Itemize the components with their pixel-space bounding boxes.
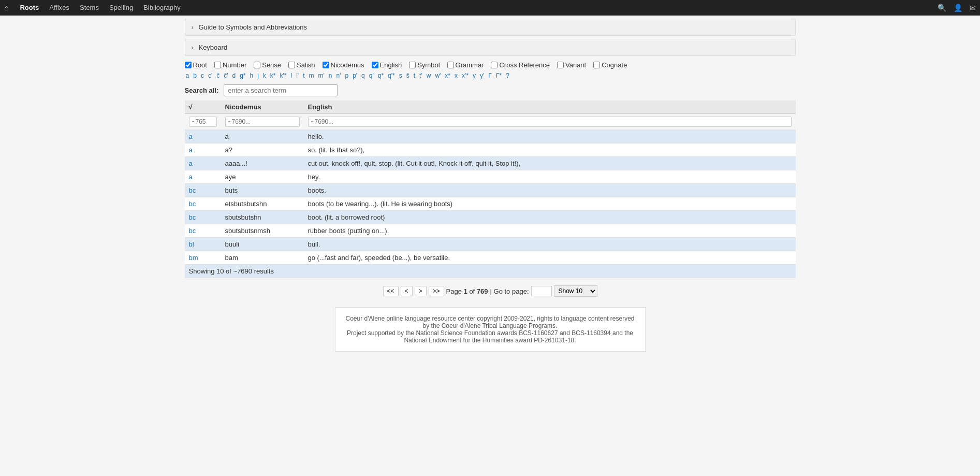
checkbox-sense[interactable]: Sense xyxy=(254,61,281,69)
checkbox-number[interactable]: Number xyxy=(214,61,246,69)
letter-d[interactable]: d xyxy=(231,72,237,79)
cell-nicodemus: aye xyxy=(221,170,304,184)
checkbox-root[interactable]: Root xyxy=(185,61,207,69)
table-row: aa?so. (lit. Is that so?), xyxy=(185,143,796,157)
checkbox-cross-reference[interactable]: Cross Reference xyxy=(491,61,550,69)
letter-a[interactable]: a xyxy=(185,72,191,79)
nav-roots[interactable]: Roots xyxy=(14,0,44,16)
next-page-button[interactable]: > xyxy=(415,286,427,296)
checkbox-salish[interactable]: Salish xyxy=(288,61,315,69)
letter-q[interactable]: q xyxy=(360,72,366,79)
cell-sqrt: bl xyxy=(185,238,221,251)
letter-q-apos-star[interactable]: q'* xyxy=(387,72,396,79)
col-sqrt: √ xyxy=(185,100,221,114)
checkboxes-row: Root Number Sense Salish Nicodemus Engli… xyxy=(185,61,796,69)
checkbox-variant[interactable]: Variant xyxy=(557,61,586,69)
letter-t-m[interactable]: t xyxy=(302,72,305,79)
guide-symbols-section[interactable]: › Guide to Symbols and Abbreviations xyxy=(185,19,796,36)
cell-english: boots (to be wearing...). (lit. He is we… xyxy=(304,197,796,211)
checkbox-english[interactable]: English xyxy=(372,61,402,69)
letter-x[interactable]: x xyxy=(454,72,459,79)
table-row: blbuulibull. xyxy=(185,238,796,251)
letter-g-star[interactable]: g* xyxy=(239,72,246,79)
letter-nav: a b c c' č č' d g* h j k k* k'* l l' t m… xyxy=(185,72,796,79)
nav-affixes[interactable]: Affixes xyxy=(44,0,75,16)
user-icon[interactable]: 👤 xyxy=(954,4,962,12)
letter-y-apos[interactable]: y' xyxy=(479,72,485,79)
letter-j[interactable]: j xyxy=(256,72,260,79)
checkbox-nicodemus[interactable]: Nicodemus xyxy=(323,61,364,69)
letter-gamma-star[interactable]: Γ* xyxy=(495,72,503,79)
cell-nicodemus: a xyxy=(221,130,304,143)
letter-t-apos[interactable]: t' xyxy=(418,72,423,79)
show-count-select[interactable]: Show 10 Show 25 Show 50 Show 100 xyxy=(554,285,597,297)
filter-sqrt[interactable] xyxy=(185,114,221,130)
prev-page-button[interactable]: < xyxy=(401,286,413,296)
keyboard-section[interactable]: › Keyboard xyxy=(185,39,796,56)
checkbox-cognate[interactable]: Cognate xyxy=(593,61,627,69)
nav-bibliography[interactable]: Bibliography xyxy=(138,0,186,16)
letter-q-apos[interactable]: q' xyxy=(368,72,375,79)
letter-n[interactable]: n xyxy=(328,72,333,79)
last-page-button[interactable]: >> xyxy=(429,286,444,296)
letter-s-caron[interactable]: š xyxy=(405,72,411,79)
letter-x-apos-star[interactable]: x'* xyxy=(461,72,470,79)
table-row: bmbamgo (...fast and far), speeded (be..… xyxy=(185,251,796,265)
letter-p[interactable]: p xyxy=(344,72,349,79)
letter-c-caron-apos[interactable]: č' xyxy=(223,72,229,79)
table-row: aaaaa...!cut out, knock off!, quit, stop… xyxy=(185,157,796,170)
letter-h[interactable]: h xyxy=(249,72,255,79)
letter-m-apos[interactable]: m' xyxy=(317,72,325,79)
letter-w[interactable]: w xyxy=(426,72,432,79)
go-to-input[interactable]: 1 xyxy=(531,286,552,296)
letter-m[interactable]: m xyxy=(308,72,315,79)
letter-c[interactable]: c xyxy=(200,72,205,79)
letter-c-apos[interactable]: c' xyxy=(207,72,213,79)
col-english: English xyxy=(304,100,796,114)
cell-nicodemus: aaaa...! xyxy=(221,157,304,170)
letter-y[interactable]: y xyxy=(472,72,477,79)
nav-spelling[interactable]: Spelling xyxy=(104,0,138,16)
results-table: √ Nicodemus English aahello.aa?so. (lit.… xyxy=(185,100,796,278)
letter-l-apos[interactable]: l' xyxy=(295,72,300,79)
cell-english: hello. xyxy=(304,130,796,143)
letter-k-star[interactable]: k* xyxy=(269,72,277,79)
table-row: bcetsbutsbutshnboots (to be wearing...).… xyxy=(185,197,796,211)
home-icon[interactable]: ⌂ xyxy=(4,4,8,12)
cell-nicodemus: sbutsbutsnmsh xyxy=(221,224,304,238)
cell-english: boots. xyxy=(304,184,796,197)
mail-icon[interactable]: ✉ xyxy=(970,4,976,12)
cell-english: hey. xyxy=(304,170,796,184)
letter-t2[interactable]: t xyxy=(413,72,416,79)
letter-l[interactable]: l xyxy=(290,72,294,79)
checkbox-grammar[interactable]: Grammar xyxy=(447,61,484,69)
search-icon[interactable]: 🔍 xyxy=(938,4,946,12)
nav-stems[interactable]: Stems xyxy=(75,0,104,16)
checkbox-symbol[interactable]: Symbol xyxy=(409,61,440,69)
search-all-input[interactable] xyxy=(224,84,338,96)
letter-s[interactable]: s xyxy=(398,72,403,79)
table-row: aahello. xyxy=(185,130,796,143)
letter-c-caron[interactable]: č xyxy=(215,72,221,79)
cell-nicodemus: etsbutsbutshn xyxy=(221,197,304,211)
cell-sqrt: bm xyxy=(185,251,221,265)
table-header-row: √ Nicodemus English xyxy=(185,100,796,114)
letter-b[interactable]: b xyxy=(192,72,198,79)
letter-w-apos[interactable]: w' xyxy=(434,72,442,79)
guide-symbols-label: Guide to Symbols and Abbreviations xyxy=(198,23,307,31)
cell-sqrt: bc xyxy=(185,211,221,224)
letter-n-apos[interactable]: n' xyxy=(335,72,342,79)
filter-english[interactable] xyxy=(304,114,796,130)
letter-gamma[interactable]: Γ xyxy=(487,72,493,79)
letter-p-apos[interactable]: p' xyxy=(352,72,358,79)
first-page-button[interactable]: << xyxy=(383,286,399,296)
letter-q-star[interactable]: q* xyxy=(377,72,385,79)
main-content: › Guide to Symbols and Abbreviations › K… xyxy=(180,19,801,352)
cell-sqrt: a xyxy=(185,170,221,184)
letter-x-star[interactable]: x* xyxy=(444,72,451,79)
cell-english: bull. xyxy=(304,238,796,251)
letter-k[interactable]: k xyxy=(262,72,267,79)
letter-k-apos-star[interactable]: k'* xyxy=(279,72,288,79)
filter-nicodemus[interactable] xyxy=(221,114,304,130)
letter-question[interactable]: ? xyxy=(505,72,510,79)
